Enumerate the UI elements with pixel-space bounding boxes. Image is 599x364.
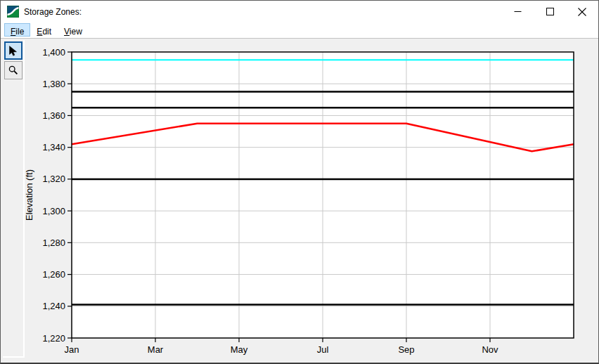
y-tick-label: 1,220 <box>42 333 65 344</box>
window-controls <box>501 1 598 22</box>
minimize-icon <box>514 8 522 15</box>
maximize-button[interactable] <box>534 1 566 22</box>
window-title: Storage Zones: <box>24 7 82 17</box>
storage-zones-window: Storage Zones: File Edit Vie <box>0 0 599 364</box>
y-tick-label: 1,360 <box>42 110 65 121</box>
menu-bar: File Edit View <box>1 22 598 39</box>
zoom-tool-button[interactable] <box>4 61 22 79</box>
x-tick-label: May <box>231 344 248 355</box>
pointer-tool-button[interactable] <box>4 41 22 60</box>
close-button[interactable] <box>566 1 598 22</box>
magnifier-icon <box>8 65 18 75</box>
x-tick-label: Nov <box>482 344 498 355</box>
storage-zones-chart: 1,2201,2401,2601,2801,3001,3201,3401,360… <box>24 40 595 362</box>
cursor-arrow-icon <box>8 46 18 56</box>
menu-file[interactable]: File <box>4 23 30 37</box>
x-tick-label: Jan <box>65 344 79 355</box>
y-tick-label: 1,280 <box>42 238 65 248</box>
client-area: 1,2201,2401,2601,2801,3001,3201,3401,360… <box>1 39 598 363</box>
x-tick-label: Jul <box>317 344 329 355</box>
tool-palette <box>3 40 25 358</box>
chart-panel: 1,2201,2401,2601,2801,3001,3201,3401,360… <box>24 40 595 362</box>
menu-edit[interactable]: Edit <box>30 23 58 37</box>
minimize-button[interactable] <box>501 1 534 22</box>
y-tick-label: 1,240 <box>42 301 65 311</box>
y-tick-label: 1,400 <box>42 47 65 58</box>
close-icon <box>578 8 586 16</box>
menu-view[interactable]: View <box>58 23 89 37</box>
y-tick-label: 1,260 <box>42 269 65 280</box>
app-icon <box>7 6 19 18</box>
y-tick-label: 1,380 <box>42 79 65 89</box>
x-tick-label: Sep <box>398 344 414 355</box>
title-bar: Storage Zones: <box>1 1 598 22</box>
y-tick-label: 1,340 <box>42 142 65 152</box>
maximize-icon <box>546 8 554 15</box>
y-tick-label: 1,320 <box>42 174 65 184</box>
y-tick-label: 1,300 <box>42 206 65 216</box>
x-tick-label: Mar <box>148 344 164 355</box>
y-axis-title: Elevation (ft) <box>24 169 34 221</box>
